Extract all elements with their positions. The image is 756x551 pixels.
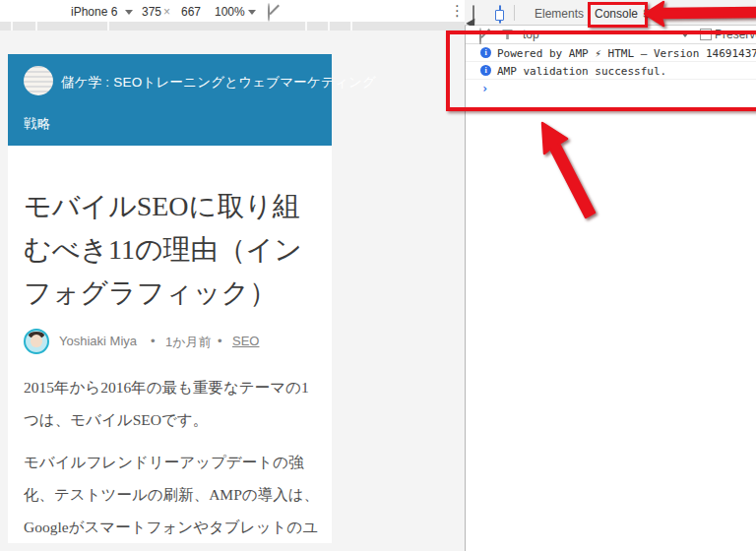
tab-network[interactable]: Network (695, 7, 738, 21)
tab-console[interactable]: Console (595, 7, 638, 21)
media-query-divider (107, 22, 109, 31)
emulated-page: 儲ケ学 : SEOトレーニングとウェブマーケティング 戦略 モバイルSEOに取り… (8, 54, 332, 543)
info-icon: i (480, 47, 491, 58)
article-byline: Yoshiaki Miya • 1か月前 • SEO (24, 329, 319, 354)
console-message-row[interactable]: i AMP validation successful. (466, 62, 756, 80)
console-toolbar: top Preserve log (466, 26, 756, 44)
device-selector-caret-icon[interactable] (125, 10, 133, 15)
byline-dot: • (218, 334, 222, 348)
device-toolbar: iPhone 6 375 × 667 100% ⋮ (0, 0, 465, 22)
article-paragraph: 2015年から2016年の最も重要なテーマの1つは、モバイルSEOです。 (24, 371, 323, 436)
viewport-height-field[interactable]: 667 (181, 5, 201, 19)
tab-timeline[interactable]: Timeline (750, 7, 756, 21)
zoom-selector[interactable]: 100% (215, 5, 245, 19)
viewport-times-label: × (163, 5, 170, 19)
console-message-text: AMP validation successful. (497, 65, 666, 78)
viewport-width-field[interactable]: 375 (142, 5, 161, 19)
filter-icon[interactable] (502, 30, 513, 39)
console-prompt-chevron: › (481, 82, 488, 95)
article-title: モバイルSEOに取り組 むべき11の理由（イン フォグラフィック） (24, 185, 321, 315)
device-toolbar-menu-icon[interactable]: ⋮ (450, 3, 465, 19)
tab-sources[interactable]: Sources (643, 7, 686, 21)
preserve-log-label[interactable]: Preserve log (715, 28, 756, 41)
tab-elements[interactable]: Elements (535, 7, 584, 21)
media-query-divider (350, 22, 352, 31)
byline-dot: • (151, 334, 156, 348)
zoom-selector-caret-icon[interactable] (248, 10, 256, 15)
article-title-line: フォグラフィック） (24, 272, 321, 315)
frame-context-select[interactable]: top (523, 28, 539, 41)
site-logo-avatar[interactable] (24, 66, 53, 95)
author-avatar[interactable] (24, 329, 49, 354)
console-message-row[interactable]: i Powered by AMP ⚡ HTML – Version 146914… (466, 44, 756, 62)
console-message-text: Powered by AMP ⚡ HTML – Version 14691437… (497, 47, 756, 60)
article-paragraph: モバイルフレンドリーアップデートの強化、テストツールの刷新、AMPの導入は、Go… (24, 446, 323, 551)
preserve-log-checkbox[interactable] (700, 29, 712, 40)
site-title-line2[interactable]: 戦略 (24, 115, 50, 133)
media-query-divider (328, 22, 330, 31)
site-title-line1[interactable]: 儲ケ学 : SEOトレーニングとウェブマーケティング (61, 74, 376, 92)
frame-context-caret-icon[interactable] (681, 32, 689, 37)
article-date: 1か月前 (165, 334, 212, 351)
tabbar-divider (514, 5, 515, 21)
category-link[interactable]: SEO (232, 334, 259, 348)
author-name[interactable]: Yoshiaki Miya (59, 334, 137, 348)
site-header-banner[interactable]: 儲ケ学 : SEOトレーニングとウェブマーケティング 戦略 (8, 54, 332, 146)
info-icon: i (480, 65, 491, 76)
devtools-tabbar: Elements Console Sources Network Timelin… (465, 0, 756, 26)
console-prompt-row[interactable]: › (466, 80, 756, 97)
media-query-divider (35, 22, 37, 31)
device-toolbar-toggle-icon[interactable] (499, 5, 501, 24)
media-query-divider (11, 22, 13, 31)
media-query-bar[interactable] (0, 22, 465, 31)
device-emulation-pane: iPhone 6 375 × 667 100% ⋮ 儲ケ学 : SEOトレーニン… (0, 0, 465, 551)
article-title-line: モバイルSEOに取り組 (24, 185, 321, 228)
media-query-divider (305, 22, 307, 31)
article-title-line: むべき11の理由（イン (24, 228, 321, 272)
device-selector[interactable]: iPhone 6 (71, 5, 117, 19)
inspect-element-icon[interactable] (472, 5, 474, 24)
screenshot-root: iPhone 6 375 × 667 100% ⋮ 儲ケ学 : SEOトレーニン… (0, 0, 756, 551)
throttling-icon[interactable] (268, 3, 270, 22)
